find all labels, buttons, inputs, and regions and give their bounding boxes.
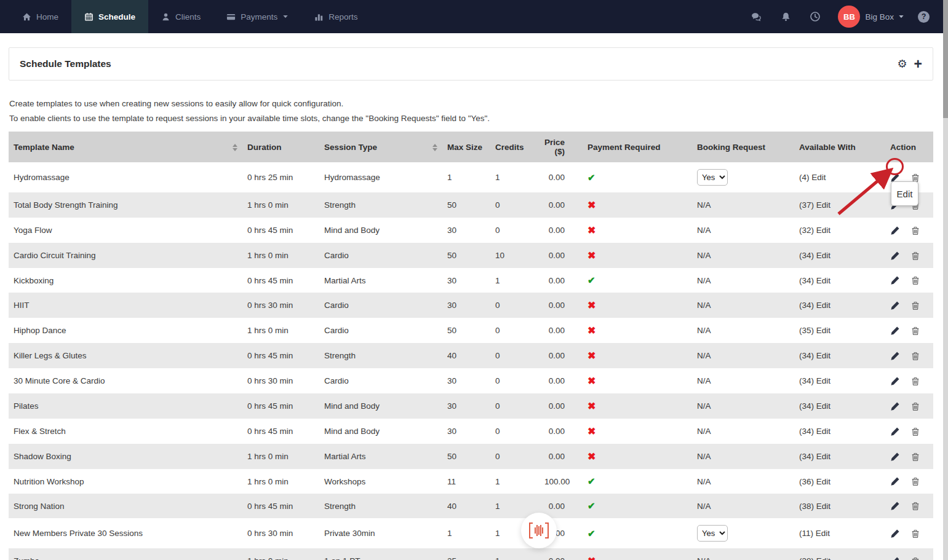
edit-pencil-icon[interactable] [890, 326, 900, 336]
add-template-button[interactable]: + [914, 58, 922, 69]
nav-item-reports[interactable]: Reports [301, 0, 370, 33]
booking-request: N/A [692, 243, 791, 268]
available-edit-link[interactable]: Edit [816, 477, 830, 486]
nav-item-payments[interactable]: Payments [213, 0, 301, 33]
edit-pencil-icon[interactable] [890, 351, 900, 361]
delete-trash-icon[interactable] [910, 401, 920, 411]
scrollbar-thumb[interactable] [943, 0, 948, 118]
col-header-duration: Duration [242, 132, 319, 162]
account-menu[interactable]: Big Box [865, 12, 904, 22]
edit-pencil-icon[interactable] [890, 556, 900, 560]
col-header-label: Max Size [447, 143, 482, 152]
delete-trash-icon[interactable] [910, 452, 920, 462]
available-edit-link[interactable]: Edit [816, 556, 830, 560]
booking-request-select[interactable]: Yes [697, 169, 728, 186]
available-with: (37) Edit [791, 192, 882, 218]
settings-gear-icon[interactable]: ⚙ [897, 58, 907, 69]
nav-item-home[interactable]: Home [9, 0, 71, 33]
nav-item-schedule[interactable]: Schedule [71, 0, 148, 33]
edit-pencil-icon[interactable] [890, 452, 900, 462]
clock-icon[interactable] [810, 11, 821, 22]
edit-pencil-icon[interactable] [890, 501, 900, 511]
edit-pencil-icon[interactable] [890, 226, 900, 235]
session-type: Cardio [319, 318, 442, 343]
check-icon: ✔ [588, 500, 595, 511]
session-type: Cardio [319, 243, 442, 268]
available-edit-link[interactable]: Edit [816, 529, 830, 538]
max-size: 40 [442, 494, 490, 518]
edit-pencil-icon[interactable] [890, 529, 900, 538]
available-edit-link[interactable]: Edit [811, 173, 826, 182]
edit-pencil-icon[interactable] [890, 401, 900, 411]
delete-trash-icon[interactable] [910, 427, 920, 436]
payment-required: ✔ [578, 518, 692, 548]
edit-pencil-icon[interactable] [890, 476, 900, 486]
col-header-session-type[interactable]: Session Type [319, 132, 442, 162]
col-header-label: Available With [799, 143, 856, 152]
available-edit-link[interactable]: Edit [816, 226, 830, 235]
booking-request-select[interactable]: Yes [697, 525, 728, 542]
available-edit-link[interactable]: Edit [816, 200, 830, 210]
price: 0.00 [540, 393, 578, 419]
available-with: (34) Edit [791, 243, 882, 268]
payment-required: ✖ [578, 548, 692, 560]
booking-request: N/A [692, 393, 791, 419]
delete-trash-icon[interactable] [910, 226, 920, 235]
delete-trash-icon[interactable] [910, 275, 920, 285]
col-header-price: Price ($) [540, 132, 578, 162]
payment-required: ✔ [578, 162, 692, 192]
chevron-down-icon [282, 14, 289, 20]
edit-pencil-icon[interactable] [890, 301, 900, 310]
sort-icon[interactable] [233, 144, 237, 151]
template-name: HIIT [9, 293, 242, 318]
available-edit-link[interactable]: Edit [816, 351, 830, 360]
template-name: Hiphop Dance [9, 318, 242, 343]
delete-trash-icon[interactable] [910, 529, 920, 538]
delete-trash-icon[interactable] [910, 376, 920, 386]
delete-trash-icon[interactable] [910, 326, 920, 336]
table-row: Pilates 0 hrs 45 min Mind and Body 30 0 … [9, 393, 933, 419]
nav-label: Clients [175, 12, 201, 22]
help-icon[interactable]: ? [918, 11, 930, 23]
col-header-template-name[interactable]: Template Name [9, 132, 242, 162]
payment-required: ✖ [578, 192, 692, 218]
available-edit-link[interactable]: Edit [816, 502, 830, 511]
edit-pencil-icon[interactable] [890, 427, 900, 436]
available-edit-link[interactable]: Edit [816, 276, 830, 285]
available-edit-link[interactable]: Edit [816, 301, 830, 310]
bell-icon[interactable] [781, 12, 791, 22]
edit-pencil-icon[interactable] [890, 376, 900, 386]
available-edit-link[interactable]: Edit [816, 251, 830, 260]
available-edit-link[interactable]: Edit [816, 452, 830, 461]
table-header-row: Template Name Duration Session Type Max … [9, 132, 933, 162]
delete-trash-icon[interactable] [910, 501, 920, 511]
credits: 1 [490, 162, 540, 192]
delete-trash-icon[interactable] [910, 301, 920, 310]
payment-required: ✖ [578, 419, 692, 444]
available-with: (4) Edit [791, 162, 882, 192]
action-cell [882, 343, 933, 368]
avatar[interactable]: BB [838, 6, 860, 28]
col-header-payment-required: Payment Required [578, 132, 692, 162]
delete-trash-icon[interactable] [910, 476, 920, 486]
edit-pencil-icon[interactable] [890, 251, 900, 261]
delete-trash-icon[interactable] [910, 251, 920, 261]
chat-icon[interactable] [751, 12, 762, 22]
delete-trash-icon[interactable] [910, 556, 920, 560]
available-edit-link[interactable]: Edit [816, 376, 830, 385]
available-edit-link[interactable]: Edit [816, 326, 830, 335]
delete-trash-icon[interactable] [910, 351, 920, 361]
available-edit-link[interactable]: Edit [816, 427, 830, 436]
sort-icon[interactable] [432, 144, 437, 151]
duration: 0 hrs 45 min [242, 393, 319, 419]
action-cell [882, 419, 933, 444]
available-count: (32) [799, 226, 814, 235]
edit-pencil-icon[interactable] [890, 275, 900, 285]
cross-icon: ✖ [588, 556, 595, 560]
col-header-label: Template Name [14, 143, 74, 152]
scrollbar[interactable] [943, 0, 948, 560]
nav-item-clients[interactable]: Clients [148, 0, 213, 33]
available-edit-link[interactable]: Edit [816, 401, 830, 411]
price: 0.00 [540, 192, 578, 218]
booking-request-value: N/A [697, 556, 711, 560]
